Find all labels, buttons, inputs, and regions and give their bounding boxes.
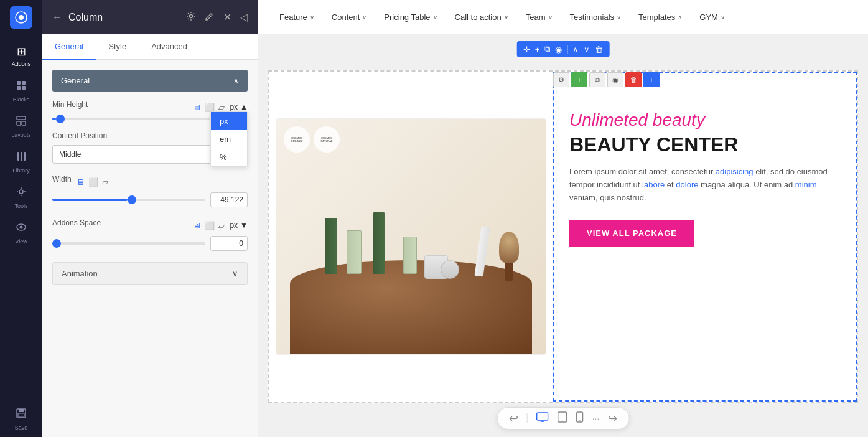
tab-style[interactable]: Style: [96, 34, 139, 60]
badge-cosmos-natural-text: COSMOSNATURAL: [320, 136, 332, 143]
canvas-add-icon[interactable]: +: [535, 45, 540, 54]
bottom-toolbar: ↩: [497, 407, 630, 430]
svg-point-1: [19, 15, 24, 20]
content-position-value: Middle: [59, 150, 81, 159]
unit-selector-minheight[interactable]: px ▲ px em %: [230, 103, 248, 111]
general-section-chevron[interactable]: ∧: [233, 77, 239, 85]
svg-rect-11: [24, 152, 26, 161]
product-badges: COSMOSORGANIC COSMOSNATURAL: [284, 126, 340, 153]
desktop-device-icon[interactable]: 🖥: [193, 103, 201, 112]
nav-templates-chevron: ∧: [678, 14, 682, 21]
tab-advanced[interactable]: Advanced: [139, 34, 200, 60]
width-mobile-icon[interactable]: ▱: [102, 177, 108, 187]
width-input[interactable]: 49.122: [210, 192, 248, 207]
col-delete-icon[interactable]: 🗑: [625, 72, 642, 87]
sidebar-item-blocks[interactable]: Blocks: [0, 73, 42, 109]
canvas-drag-icon[interactable]: ✛: [523, 45, 530, 54]
animation-section-header[interactable]: Animation ∨: [52, 262, 248, 285]
addons-mobile-icon[interactable]: ▱: [218, 221, 225, 230]
width-tablet-icon[interactable]: ⬜: [88, 177, 98, 187]
svg-rect-6: [17, 116, 26, 120]
col-add-icon[interactable]: +: [571, 72, 587, 87]
product-image: COSMOSORGANIC COSMOSNATURAL: [276, 118, 546, 355]
product-small: [403, 237, 417, 274]
canvas-up-icon[interactable]: ∧: [572, 45, 579, 54]
mobile-device-icon[interactable]: ▱: [218, 103, 225, 112]
panel-title: Column: [68, 12, 103, 23]
redo-button[interactable]: ↪: [608, 411, 617, 425]
app-logo[interactable]: [10, 6, 32, 29]
canvas-headline-bold: BEAUTY CENTER: [569, 134, 840, 156]
col-eye-icon[interactable]: ◉: [607, 72, 623, 87]
panel-collapse-icon[interactable]: ◁: [240, 11, 248, 23]
canvas-headline-italic: Unlimeted beauty: [569, 110, 840, 130]
panel-close-icon[interactable]: ✕: [223, 11, 231, 23]
addons-tablet-icon[interactable]: ⬜: [205, 221, 215, 230]
col-more-icon[interactable]: +: [643, 72, 660, 87]
nav-gym[interactable]: GYM ∨: [691, 0, 734, 34]
svg-rect-2: [17, 81, 21, 85]
nav-gym-label: GYM: [699, 12, 718, 22]
canvas-text-column: ⚙ + ⧉ ◉ 🗑 + Unlimeted beauty BEAUTY CENT…: [553, 72, 857, 402]
width-field: Width 🖥 ⬜ ▱ 49.122: [52, 175, 248, 207]
width-slider[interactable]: [52, 199, 205, 201]
nav-feature[interactable]: Feature ∨: [271, 0, 323, 34]
unit-dropdown: px em %: [210, 111, 248, 167]
width-desktop-icon[interactable]: 🖥: [77, 177, 85, 187]
unit-option-em[interactable]: em: [211, 130, 247, 148]
nav-feature-label: Feature: [279, 12, 307, 22]
panel-settings-icon[interactable]: [186, 11, 196, 24]
nav-pricing-label: Pricing Table: [384, 12, 430, 22]
sidebar-item-layouts[interactable]: Layouts: [0, 109, 42, 144]
sidebar-item-view[interactable]: View: [0, 215, 42, 251]
nav-pricing-table[interactable]: Pricing Table ∨: [375, 0, 446, 34]
canvas-copy-icon[interactable]: ⧉: [544, 44, 550, 54]
canvas-eye-icon[interactable]: ◉: [555, 45, 562, 54]
nav-content[interactable]: Content ∨: [323, 0, 376, 34]
min-height-field: Min Height 🖥 ⬜ ▱ px ▲: [52, 100, 248, 120]
nav-team-label: Team: [526, 12, 546, 22]
panel-header-left: ← Column: [52, 12, 103, 23]
addons-space-input[interactable]: 0: [210, 236, 248, 251]
panel-header-icons: ✕ ◁: [186, 11, 248, 24]
sidebar-item-library[interactable]: Library: [0, 144, 42, 180]
addons-space-slider[interactable]: [52, 242, 205, 245]
col-settings-icon[interactable]: ⚙: [553, 72, 569, 87]
nav-cta[interactable]: Call to action ∨: [446, 0, 517, 34]
mobile-view-button[interactable]: [576, 411, 584, 425]
tablet-view-button[interactable]: [558, 411, 567, 425]
nav-testimonials[interactable]: Testimonials ∨: [561, 0, 630, 34]
desktop-view-button[interactable]: [536, 412, 549, 425]
canvas-cta-button[interactable]: VIEW ALL PACKAGE: [569, 220, 694, 247]
svg-rect-20: [19, 409, 24, 412]
panel-edit-icon[interactable]: [205, 11, 215, 24]
nav-testimonials-label: Testimonials: [570, 12, 615, 22]
tablet-device-icon[interactable]: ⬜: [205, 103, 215, 112]
canvas-image-column: COSMOSORGANIC COSMOSNATURAL: [269, 72, 553, 402]
width-slider-container: 49.122: [52, 192, 248, 207]
unit-label: px: [230, 103, 238, 111]
panel-back-button[interactable]: ←: [52, 12, 62, 23]
nav-cta-label: Call to action: [455, 12, 502, 22]
badge-cosmos-organic-text: COSMOSORGANIC: [291, 136, 303, 143]
undo-button[interactable]: ↩: [509, 411, 518, 425]
icon-bar: ⊞ Addons Blocks: [0, 0, 42, 437]
nav-team[interactable]: Team ∨: [517, 0, 561, 34]
canvas-delete-icon[interactable]: 🗑: [595, 45, 603, 54]
unit-option-percent[interactable]: %: [211, 148, 247, 166]
col-copy-icon[interactable]: ⧉: [589, 72, 605, 87]
sidebar-item-addons[interactable]: ⊞ Addons: [0, 39, 42, 73]
canvas-down-icon[interactable]: ∨: [584, 45, 590, 54]
badge-cosmos-organic: COSMOSORGANIC: [284, 126, 310, 153]
sidebar-item-tools[interactable]: Tools: [0, 180, 42, 215]
blocks-icon: [16, 80, 27, 94]
addons-desktop-icon[interactable]: 🖥: [193, 221, 201, 230]
sidebar-item-save[interactable]: Save: [0, 402, 42, 437]
svg-rect-10: [21, 152, 22, 161]
svg-point-22: [190, 14, 193, 17]
tab-general[interactable]: General: [42, 34, 96, 60]
nav-templates[interactable]: Templates ∧: [630, 0, 691, 34]
width-label: Width: [52, 175, 72, 184]
unit-option-px[interactable]: px: [211, 112, 247, 130]
addons-unit-selector[interactable]: px ▼: [230, 221, 248, 230]
